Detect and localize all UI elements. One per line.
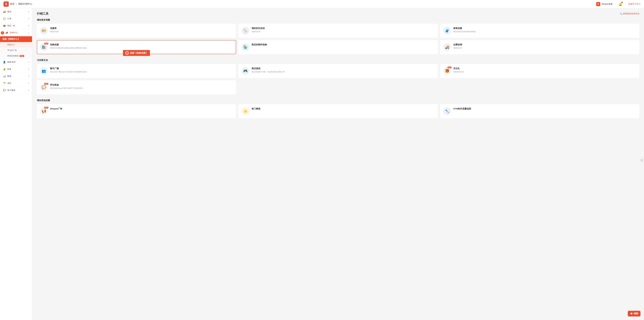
sidebar-item-growth[interactable]: 🌱 成长 ▾ (0, 80, 32, 87)
flash-icon: 🏪 (243, 45, 248, 49)
shopee-ads-icon: 📢 (42, 109, 46, 113)
sidebar-item-marketing[interactable]: 📣 营销中心 ▴ (0, 29, 32, 36)
view-promotions-link[interactable]: 🔍 查看我的促销活动 (620, 12, 639, 15)
chevron-data: ▾ (28, 75, 29, 77)
shopee-logo-s: S (5, 2, 7, 6)
tool-card-shipping[interactable]: 🚚 运费促销 增加转化率 (440, 40, 639, 54)
breadcrumb-home[interactable]: 首页 (10, 2, 15, 6)
discount-info: 我的折扣活动 增加转化率 (252, 27, 434, 33)
chevron-products: ▾ (28, 25, 29, 27)
tool-card-addon[interactable]: 🛍️ New 加购优惠 销售具有加购折扣或赠品满最低消费的特定商品 2 选择【加… (37, 40, 236, 54)
tool-card-coupon[interactable]: 🎫 优惠券 增加转化率 (37, 24, 236, 38)
sidebar-item-left: 🚚 物流 (3, 10, 12, 13)
bundle-name: 套装优惠 (453, 27, 636, 30)
float-chat-button[interactable]: 💬 聊聊 (628, 311, 640, 316)
coupon-icon-wrap: 🎫 (40, 27, 48, 34)
notification-bell[interactable]: 🔔 (618, 2, 622, 6)
utm-icon-wrap: 🔧 (443, 108, 451, 115)
coupon-name: 优惠券 (50, 27, 233, 30)
float-chat-label: 聊聊 (634, 312, 638, 315)
tool-card-ads[interactable]: 📢 New Shopee广告 (37, 104, 236, 118)
hot-name: 热门精选 (252, 108, 434, 110)
chevron-logistics: ▾ (28, 11, 29, 13)
addon-icon-wrap: 🛍️ New (40, 43, 48, 51)
tool-card-discount[interactable]: 🏷️ 我的折扣活动 增加转化率 (238, 24, 438, 38)
discount-icon: 🏷️ (243, 29, 248, 33)
finance-icon: 💰 (3, 68, 6, 70)
follow-new-badge: New (448, 66, 452, 68)
follow-name: 关注礼 (453, 67, 636, 70)
marketing-icon: 📣 (5, 31, 8, 34)
learning-center-link[interactable]: 卖家学习中心 (628, 3, 640, 6)
shopee-logo: S (4, 2, 9, 7)
tool-card-flash[interactable]: 🏪 商店的限时抢购 (238, 40, 438, 54)
tool-card-review[interactable]: 💬 New 评论奖励 通过奖励Shope币吸引买家写下优质的评论 (37, 80, 236, 94)
sidebar-item-left: 🌱 成长 (3, 82, 12, 84)
chevron-support: ▾ (28, 89, 29, 91)
flash-name: 商店的限时抢购 (252, 43, 434, 46)
chat-info: 聊天广播 通过定制广播讯息与目标买家分享最新商店活动 (50, 67, 233, 73)
logistics-icon: 🚚 (3, 10, 6, 13)
marketing-center-label: 营销中心 (7, 44, 15, 46)
chat-icon-wrap: 👥 (40, 67, 48, 75)
platform-ads-label: 平台外广告 (7, 49, 17, 52)
utm-name: UTM站外流量追踪 (453, 108, 636, 110)
tool-card-bundle[interactable]: 🧳 套装优惠 通过套装折扣售卖更多种商品 (440, 24, 639, 38)
page-header: 行销工具 🔍 查看我的促销活动 (37, 12, 639, 16)
ads-icon-wrap: 📢 New (40, 108, 48, 115)
follow-desc: 增加商店粉丝 (453, 70, 636, 73)
seller-logo: S (596, 2, 600, 6)
step2-label: 2 选择【加购优惠】 (123, 50, 150, 56)
bundle-icon-wrap: 🧳 (443, 27, 451, 34)
header-left: S 首页 > 我的行销中心 (4, 2, 32, 7)
tool-card-follow[interactable]: 🎁 New 关注礼 增加商店粉丝 (440, 64, 639, 78)
breadcrumb: 首页 > 我的行销中心 (10, 2, 32, 6)
sidebar-label-products: 商品 (7, 24, 12, 27)
growth-icon: 🌱 (3, 82, 6, 84)
sidebar-item-left: 📋 订单 (3, 17, 12, 20)
sidebar-item-customers[interactable]: 👤 顾客管理 ▾ (0, 59, 32, 66)
shop-game-icon: 🎮 (243, 69, 248, 73)
tools-grid-traffic: 📢 New Shopee广告 ⭐ 热门精选 (37, 104, 639, 118)
cross-border-label: 跨境活动报名 (7, 54, 19, 57)
addon-info: 加购优惠 销售具有加购折扣或赠品满最低消费的特定商品 (50, 43, 233, 49)
search-icon: 🔍 (620, 12, 622, 15)
sidebar-item-products[interactable]: 📦 商品 ▾ (0, 22, 32, 29)
bundle-icon: 🧳 (445, 29, 449, 33)
header: S 首页 > 我的行销中心 S Shopee卖家 🔔 卖家学习中心 (0, 0, 644, 8)
review-new-badge: New (44, 83, 48, 85)
shipping-info: 运费促销 增加转化率 (453, 43, 636, 49)
sidebar-item-data[interactable]: 📊 数据 ▾ (0, 73, 32, 80)
sidebar-subitem-cross-border[interactable]: 跨境活动报名 New (0, 53, 32, 59)
sidebar-item-support[interactable]: 💬 客户服务 ▾ (0, 87, 32, 94)
coupon-icon: 🎫 (42, 29, 46, 33)
coupon-info: 优惠券 增加转化率 (50, 27, 233, 33)
game-desc: 通过游戏吸引买家，并以商店奖品增加订单 (252, 70, 434, 73)
discount-desc: 增加转化率 (252, 30, 434, 33)
sidebar-subitem-platform-ads[interactable]: 平台外广告 (0, 48, 32, 53)
sidebar-label-marketing: 营销中心 (10, 32, 18, 34)
feedback-button[interactable]: ⊙ (640, 158, 644, 162)
addon-name: 加购优惠 (50, 43, 233, 46)
tool-card-hot[interactable]: ⭐ 热门精选 (238, 104, 438, 118)
tool-card-chat[interactable]: 👥 聊天广播 通过定制广播讯息与目标买家分享最新商店活动 (37, 64, 236, 78)
chat-desc: 通过定制广播讯息与目标买家分享最新商店活动 (50, 70, 233, 73)
section-traffic-title: 增加卖场流量 (37, 99, 639, 102)
follow-info: 关注礼 增加商店粉丝 (453, 67, 636, 73)
hot-picks-icon: ⭐ (243, 109, 248, 113)
sidebar-item-logistics[interactable]: 🚚 物流 ▾ (0, 8, 32, 15)
notification-badge (621, 2, 623, 3)
sidebar-subitem-marketing-center[interactable]: 营销中心 (0, 42, 32, 48)
tools-grid-increase-sales: 🎫 优惠券 增加转化率 🏷️ 我的折扣活动 增加转化率 (37, 24, 639, 54)
products-dot (14, 25, 15, 26)
utm-icon: 🔧 (445, 109, 449, 113)
sidebar-label-data: 数据 (7, 75, 12, 78)
tool-card-game[interactable]: 🎮 商店游戏 通过游戏吸引买家，并以商店奖品增加订单 (238, 64, 438, 78)
sidebar-item-orders[interactable]: 📋 订单 ▾ (0, 15, 32, 22)
seller-info: S Shopee卖家 (596, 2, 612, 6)
chat-name: 聊天广播 (50, 67, 233, 70)
main-content: 行销工具 🔍 查看我的促销活动 增加更多销量 🎫 优惠券 增加转化率 (32, 8, 644, 320)
sidebar-item-finance[interactable]: 💰 财务 ▾ (0, 66, 32, 73)
review-name: 评论奖励 (50, 84, 233, 86)
tool-card-utm[interactable]: 🔧 UTM站外流量追踪 (440, 104, 639, 118)
